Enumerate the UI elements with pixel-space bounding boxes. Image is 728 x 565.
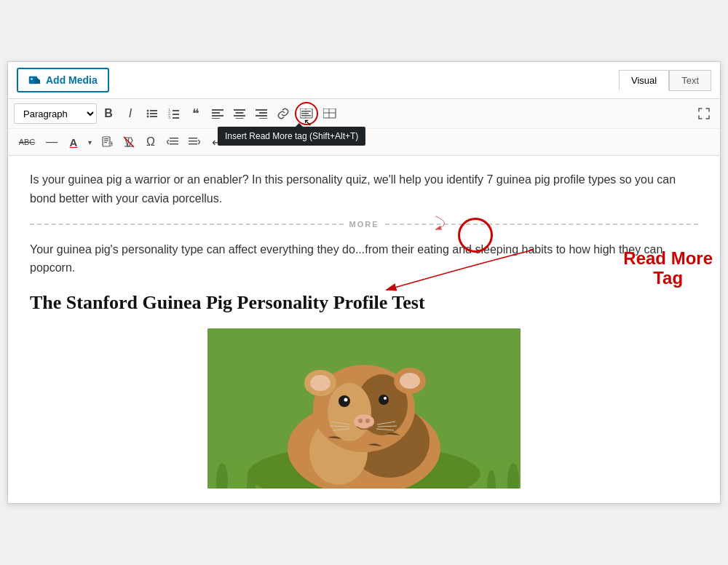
paste-from-word-icon (101, 136, 113, 148)
svg-rect-13 (173, 117, 179, 119)
text-color-button[interactable]: A (63, 132, 84, 152)
svg-rect-9 (173, 110, 179, 111)
svg-rect-22 (256, 109, 267, 111)
visual-text-tabs: Visual Text (619, 70, 711, 91)
text-color-group: A ▾ (63, 132, 95, 152)
svg-rect-23 (259, 112, 267, 114)
svg-point-70 (379, 395, 389, 405)
top-bar: Add Media Visual Text (8, 62, 720, 99)
svg-point-6 (147, 116, 149, 118)
svg-point-73 (358, 419, 363, 423)
text-color-dropdown[interactable]: ▾ (84, 132, 95, 152)
outdent-button[interactable] (162, 132, 183, 152)
svg-rect-36 (104, 141, 108, 141)
svg-rect-37 (104, 142, 107, 143)
add-media-button[interactable]: Add Media (17, 68, 109, 92)
tab-visual[interactable]: Visual (619, 70, 669, 91)
add-media-label: Add Media (46, 74, 98, 86)
svg-point-4 (147, 113, 149, 115)
svg-rect-21 (236, 118, 244, 119)
svg-rect-14 (212, 109, 223, 111)
svg-rect-47 (189, 143, 197, 145)
more-label: MORE (349, 220, 379, 229)
editor-wrapper: Add Media Visual Text Paragraph Heading … (7, 61, 721, 503)
svg-point-2 (147, 110, 149, 112)
fullscreen-button[interactable] (694, 103, 714, 124)
svg-rect-24 (256, 115, 267, 116)
svg-rect-7 (150, 116, 157, 117)
svg-rect-15 (212, 112, 220, 114)
undo-button[interactable]: ↩ (206, 132, 226, 152)
table-icon (323, 108, 336, 119)
indent-icon (189, 137, 200, 147)
blockquote-button[interactable]: ❝ (186, 103, 206, 124)
paragraph-2: Your guinea pig's personality type can a… (30, 240, 698, 277)
svg-rect-35 (104, 138, 108, 139)
clear-format-icon (123, 136, 135, 148)
svg-rect-46 (189, 141, 197, 142)
content-region: Is your guinea pig a warrior or an enabl… (8, 156, 720, 502)
tab-text[interactable]: Text (669, 70, 711, 91)
guinea-pig-svg (207, 328, 521, 489)
align-center-button[interactable] (229, 103, 250, 124)
svg-rect-20 (234, 115, 245, 116)
toolbar: Paragraph Heading 1 Heading 2 Heading 3 … (8, 99, 720, 156)
italic-button[interactable]: I (120, 103, 141, 124)
svg-text:3.: 3. (168, 115, 171, 119)
outdent-icon (167, 137, 178, 147)
add-media-icon (28, 74, 41, 87)
read-more-tag-button[interactable]: ↖ (295, 102, 318, 125)
table-button[interactable] (320, 103, 340, 124)
paste-from-word-button[interactable] (97, 132, 117, 152)
svg-rect-43 (170, 141, 178, 142)
paragraph-1: Is your guinea pig a warrior or an enabl… (30, 170, 698, 208)
svg-rect-16 (212, 115, 223, 116)
paragraph-select[interactable]: Paragraph Heading 1 Heading 2 Heading 3 … (14, 103, 97, 124)
svg-point-67 (400, 373, 420, 389)
svg-rect-25 (259, 118, 267, 119)
svg-point-71 (384, 397, 387, 400)
read-more-tag-container: ↖ Insert Read More tag (Shift+Alt+T) (295, 102, 318, 125)
link-button[interactable] (273, 103, 293, 124)
indent-button[interactable] (184, 132, 205, 152)
svg-rect-44 (170, 143, 178, 145)
svg-rect-19 (236, 112, 244, 114)
svg-point-69 (344, 398, 348, 401)
content-heading: The Stanford Guinea Pig Personality Prof… (30, 292, 698, 314)
svg-rect-34 (103, 137, 110, 146)
fullscreen-icon (698, 108, 710, 119)
svg-rect-45 (189, 138, 197, 139)
toolbar-row-2: ABC — A ▾ (8, 129, 720, 155)
svg-rect-3 (150, 110, 157, 111)
svg-rect-18 (234, 109, 245, 111)
svg-point-65 (310, 375, 331, 391)
align-left-button[interactable] (207, 103, 228, 124)
guinea-pig-image (207, 328, 521, 489)
toolbar-row-1: Paragraph Heading 1 Heading 2 Heading 3 … (8, 99, 720, 129)
special-chars-button[interactable]: Ω (141, 132, 161, 152)
align-right-button[interactable] (251, 103, 272, 124)
strikethrough-button[interactable]: ABC (14, 132, 40, 152)
content-area[interactable]: Is your guinea pig a warrior or an enabl… (8, 156, 720, 502)
svg-point-68 (339, 395, 350, 407)
cursor-icon: ↖ (304, 116, 312, 128)
more-divider: MORE (30, 220, 698, 229)
svg-point-1 (31, 79, 32, 80)
ordered-list-button[interactable]: 1.2.3. (164, 103, 184, 124)
svg-rect-42 (170, 138, 178, 139)
horizontal-rule-button[interactable]: — (41, 132, 62, 152)
svg-point-63 (328, 383, 371, 441)
guinea-pig-image-container (30, 328, 698, 489)
bold-button[interactable]: B (98, 103, 119, 124)
svg-point-74 (365, 419, 370, 423)
svg-rect-11 (173, 114, 179, 115)
clear-format-button[interactable] (119, 132, 139, 152)
svg-rect-5 (150, 113, 157, 114)
unordered-list-button[interactable] (142, 103, 162, 124)
svg-rect-28 (301, 113, 309, 114)
svg-rect-17 (212, 118, 220, 119)
